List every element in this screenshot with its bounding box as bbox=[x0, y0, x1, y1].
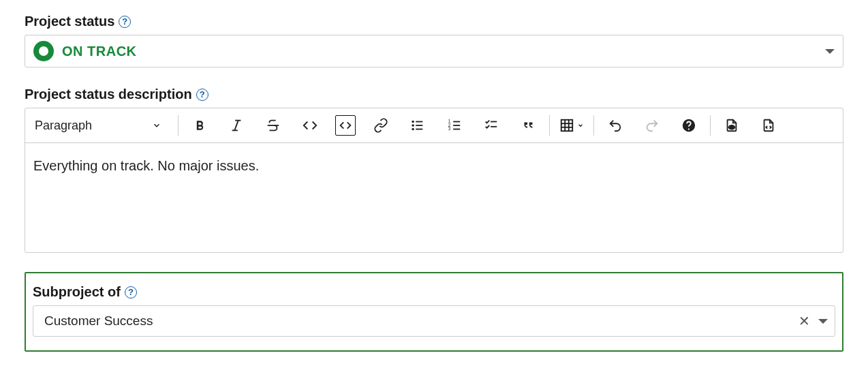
clear-button[interactable]: ✕ bbox=[799, 314, 810, 328]
rich-text-editor: Paragraph bbox=[25, 108, 843, 253]
undo-button[interactable] bbox=[604, 114, 627, 137]
chevron-down-icon bbox=[152, 121, 161, 130]
svg-text:3: 3 bbox=[448, 126, 451, 131]
help-icon[interactable]: ? bbox=[125, 286, 137, 299]
redo-icon bbox=[645, 118, 660, 133]
project-status-label: Project status bbox=[25, 14, 114, 29]
source-button[interactable] bbox=[757, 114, 780, 137]
project-status-select[interactable]: ON TRACK bbox=[25, 35, 843, 67]
help-icon[interactable]: ? bbox=[119, 16, 131, 28]
toolbar-divider bbox=[710, 115, 711, 136]
code-icon bbox=[303, 118, 317, 133]
editor-textarea[interactable]: Everything on track. No major issues. bbox=[25, 143, 843, 252]
toolbar-divider bbox=[178, 115, 179, 136]
link-button[interactable] bbox=[369, 114, 392, 137]
link-icon bbox=[373, 118, 388, 133]
preview-button[interactable] bbox=[720, 114, 743, 137]
help-button[interactable] bbox=[677, 114, 700, 137]
subproject-label-row: Subproject of ? bbox=[33, 284, 835, 300]
status-display: ON TRACK bbox=[33, 41, 137, 61]
project-status-label-row: Project status ? bbox=[25, 14, 843, 29]
block-type-select[interactable]: Paragraph bbox=[32, 115, 168, 137]
source-icon bbox=[761, 118, 776, 133]
subproject-select[interactable]: Customer Success ✕ bbox=[33, 305, 835, 337]
ordered-list-button[interactable]: 123 bbox=[443, 114, 466, 137]
italic-icon bbox=[229, 118, 244, 133]
subproject-label: Subproject of bbox=[33, 284, 121, 300]
project-status-field: Project status ? ON TRACK bbox=[25, 14, 843, 67]
strikethrough-button[interactable] bbox=[262, 114, 285, 137]
table-icon bbox=[559, 118, 574, 133]
help-circle-icon bbox=[681, 118, 696, 133]
quote-icon bbox=[521, 118, 536, 133]
description-label-row: Project status description ? bbox=[25, 87, 843, 102]
toolbar-divider bbox=[593, 115, 594, 136]
combo-actions: ✕ bbox=[799, 314, 828, 328]
code-block-button[interactable] bbox=[335, 115, 356, 136]
status-value: ON TRACK bbox=[62, 44, 137, 59]
bullet-list-button[interactable] bbox=[406, 114, 429, 137]
help-icon[interactable]: ? bbox=[196, 89, 208, 101]
chevron-down-icon bbox=[818, 319, 828, 324]
undo-icon bbox=[608, 118, 623, 133]
bullet-list-icon bbox=[410, 118, 425, 133]
subproject-highlight: Subproject of ? Customer Success ✕ bbox=[25, 272, 843, 352]
ordered-list-icon: 123 bbox=[447, 118, 462, 133]
preview-icon bbox=[724, 118, 739, 133]
strikethrough-icon bbox=[266, 118, 281, 133]
table-button[interactable] bbox=[559, 118, 584, 133]
code-block-icon bbox=[338, 118, 353, 133]
editor-text: Everything on track. No major issues. bbox=[33, 158, 259, 173]
bold-button[interactable] bbox=[188, 114, 211, 137]
inline-code-button[interactable] bbox=[298, 114, 322, 137]
subproject-value: Customer Success bbox=[44, 314, 153, 329]
toolbar-divider bbox=[549, 115, 550, 136]
description-field: Project status description ? Paragraph bbox=[25, 87, 843, 253]
chevron-down-icon bbox=[825, 49, 835, 54]
block-type-value: Paragraph bbox=[35, 119, 92, 133]
blockquote-button[interactable] bbox=[516, 114, 540, 137]
status-indicator-icon bbox=[33, 41, 54, 61]
bold-icon bbox=[193, 119, 206, 132]
chevron-down-icon bbox=[577, 122, 584, 129]
redo-button[interactable] bbox=[640, 114, 664, 137]
svg-rect-18 bbox=[561, 120, 573, 132]
task-list-icon bbox=[484, 118, 499, 133]
svg-point-7 bbox=[412, 121, 414, 123]
task-list-button[interactable] bbox=[480, 114, 503, 137]
svg-point-9 bbox=[412, 129, 414, 130]
italic-button[interactable] bbox=[225, 114, 248, 137]
editor-toolbar: Paragraph bbox=[25, 108, 843, 143]
svg-point-8 bbox=[412, 125, 414, 126]
svg-line-2 bbox=[234, 121, 238, 131]
description-label: Project status description bbox=[25, 87, 192, 102]
